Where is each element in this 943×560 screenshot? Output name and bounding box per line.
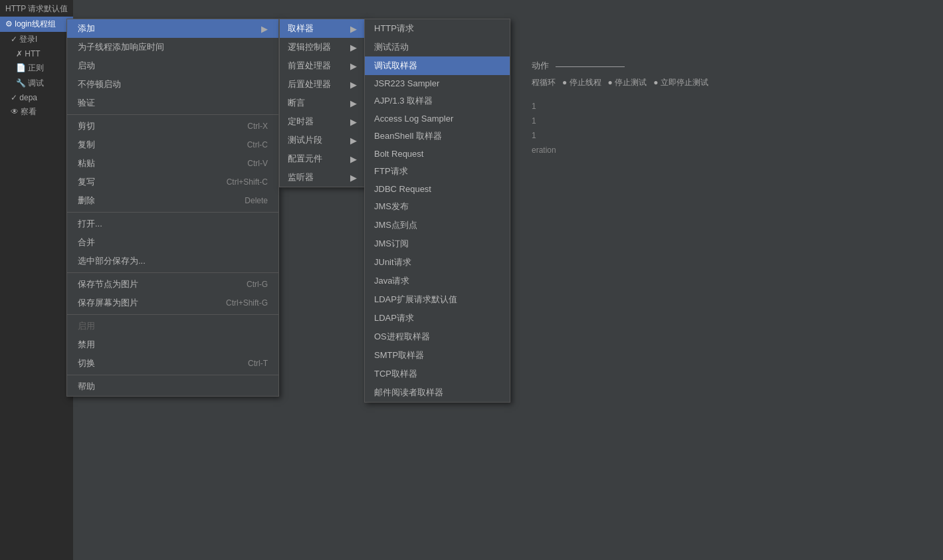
menu-item-add[interactable]: 添加 ▶ bbox=[67, 19, 278, 38]
menu-item-add-response[interactable]: 为子线程添加响应时间 bbox=[67, 38, 278, 56]
radio-stop-test[interactable]: ● 停止测试 bbox=[608, 77, 647, 88]
tree-item-login[interactable]: ⚙ login线程组 bbox=[0, 17, 73, 32]
radio-stop-immediately[interactable]: ● 立即停止测试 bbox=[653, 77, 708, 88]
submenu-sampler[interactable]: HTTP请求 测试活动 调试取样器 JSR223 Sampler AJP/1.3… bbox=[364, 19, 510, 403]
sampler-jms-p2p[interactable]: JMS点到点 bbox=[365, 216, 510, 234]
menu-item-start-nonstop[interactable]: 不停顿启动 bbox=[67, 75, 278, 94]
menu-item-paste[interactable]: 粘贴 Ctrl-V bbox=[67, 154, 278, 173]
tree-item-debug[interactable]: 🔧 调试 bbox=[0, 76, 73, 91]
menu-item-start[interactable]: 启动 bbox=[67, 56, 278, 75]
sampler-http[interactable]: HTTP请求 bbox=[365, 19, 510, 38]
sampler-test-action[interactable]: 测试活动 bbox=[365, 38, 510, 56]
submenu-add[interactable]: 取样器 ▶ 逻辑控制器 ▶ 前置处理器 ▶ 后置处理器 ▶ 断言 ▶ 定时器 ▶… bbox=[279, 19, 366, 187]
sampler-jms-sub[interactable]: JMS订阅 bbox=[365, 234, 510, 253]
sampler-ftp[interactable]: FTP请求 bbox=[365, 162, 510, 181]
menu-item-delete[interactable]: 删除 Delete bbox=[67, 191, 278, 210]
submenu-add-config[interactable]: 配置元件 ▶ bbox=[280, 149, 365, 168]
tree-item-login-sub[interactable]: ✓ 登录l bbox=[0, 32, 73, 47]
tree-item-depa[interactable]: ✓ depa bbox=[0, 91, 73, 104]
sampler-smtp[interactable]: SMTP取样器 bbox=[365, 346, 510, 365]
menu-item-save-selected[interactable]: 选中部分保存为... bbox=[67, 252, 278, 270]
tree-item-view[interactable]: 👁 察看 bbox=[0, 104, 73, 120]
sampler-tcp[interactable]: TCP取样器 bbox=[365, 365, 510, 383]
submenu-add-post[interactable]: 后置处理器 ▶ bbox=[280, 75, 365, 94]
tree-item-http[interactable]: HTTP 请求默认值 bbox=[0, 1, 73, 17]
arrow-icon-post: ▶ bbox=[350, 80, 357, 90]
arrow-icon-listener: ▶ bbox=[350, 173, 357, 183]
submenu-add-timer[interactable]: 定时器 ▶ bbox=[280, 112, 365, 131]
tree-item-htt[interactable]: ✗ HTT bbox=[0, 47, 73, 60]
submenu-add-assert[interactable]: 断言 ▶ bbox=[280, 94, 365, 112]
menu-item-toggle[interactable]: 切换 Ctrl-T bbox=[67, 354, 278, 373]
menu-item-cut[interactable]: 剪切 Ctrl-X bbox=[67, 117, 278, 136]
radio-stop-thread[interactable]: ● 停止线程 bbox=[562, 77, 601, 88]
val4: eration bbox=[532, 145, 556, 155]
menu-item-copy[interactable]: 复制 Ctrl-C bbox=[67, 136, 278, 154]
menu-item-enable[interactable]: 启用 bbox=[67, 317, 278, 335]
sampler-jsr223[interactable]: JSR223 Sampler bbox=[365, 75, 510, 92]
arrow-icon-timer: ▶ bbox=[350, 117, 357, 127]
tree-panel: HTTP 请求默认值 ⚙ login线程组 ✓ 登录l ✗ HTT 📄 正则 🔧… bbox=[0, 0, 73, 560]
submenu-add-sampler[interactable]: 取样器 ▶ bbox=[280, 19, 365, 38]
separator-2 bbox=[67, 212, 278, 213]
menu-item-rewrite[interactable]: 复写 Ctrl+Shift-C bbox=[67, 173, 278, 191]
sampler-ldap-ext[interactable]: LDAP扩展请求默认值 bbox=[365, 290, 510, 309]
separator-3 bbox=[67, 272, 278, 273]
sampler-access-log[interactable]: Access Log Sampler bbox=[365, 110, 510, 127]
val3: 1 bbox=[532, 131, 536, 140]
context-menu[interactable]: 添加 ▶ 为子线程添加响应时间 启动 不停顿启动 验证 剪切 Ctrl-X 复制… bbox=[66, 19, 279, 397]
arrow-icon-config: ▶ bbox=[350, 154, 357, 164]
arrow-icon-testfrag: ▶ bbox=[350, 136, 357, 145]
menu-item-save-screen-img[interactable]: 保存屏幕为图片 Ctrl+Shift-G bbox=[67, 294, 278, 312]
arrow-icon: ▶ bbox=[261, 24, 268, 34]
submenu-add-logic[interactable]: 逻辑控制器 ▶ bbox=[280, 38, 365, 56]
sampler-mail-reader[interactable]: 邮件阅读者取样器 bbox=[365, 383, 510, 402]
right-content: 动作 ———————— 程循环 ● 停止线程 ● 停止测试 ● 立即停止测试 1… bbox=[518, 53, 943, 560]
val1: 1 bbox=[532, 102, 536, 111]
menu-item-merge[interactable]: 合并 bbox=[67, 233, 278, 252]
tree-item-regex[interactable]: 📄 正则 bbox=[0, 60, 73, 76]
val2: 1 bbox=[532, 116, 536, 126]
menu-item-save-node-img[interactable]: 保存节点为图片 Ctrl-G bbox=[67, 275, 278, 294]
submenu-add-testfrag[interactable]: 测试片段 ▶ bbox=[280, 131, 365, 149]
submenu-add-listener[interactable]: 监听器 ▶ bbox=[280, 168, 365, 187]
sampler-beanshell[interactable]: BeanShell 取样器 bbox=[365, 127, 510, 145]
sampler-junit[interactable]: JUnit请求 bbox=[365, 253, 510, 272]
arrow-icon-pre: ▶ bbox=[350, 61, 357, 71]
arrow-icon-sampler: ▶ bbox=[350, 24, 357, 34]
arrow-icon-assert: ▶ bbox=[350, 98, 357, 108]
sampler-jms-pub[interactable]: JMS发布 bbox=[365, 197, 510, 216]
menu-item-validate[interactable]: 验证 bbox=[67, 94, 278, 112]
menu-item-help[interactable]: 帮助 bbox=[67, 377, 278, 396]
sampler-java[interactable]: Java请求 bbox=[365, 272, 510, 290]
arrow-icon-logic: ▶ bbox=[350, 43, 357, 52]
sampler-jdbc[interactable]: JDBC Request bbox=[365, 181, 510, 197]
loop-label: 程循环 bbox=[532, 77, 556, 88]
menu-item-open[interactable]: 打开... bbox=[67, 215, 278, 233]
separator-5 bbox=[67, 375, 278, 375]
sampler-debug[interactable]: 调试取样器 bbox=[365, 56, 510, 75]
sampler-ldap[interactable]: LDAP请求 bbox=[365, 309, 510, 327]
sampler-bolt[interactable]: Bolt Request bbox=[365, 145, 510, 162]
separator-1 bbox=[67, 114, 278, 115]
action-separator: ———————— bbox=[556, 61, 625, 71]
separator-4 bbox=[67, 314, 278, 315]
sampler-ajp[interactable]: AJP/1.3 取样器 bbox=[365, 92, 510, 110]
menu-item-disable[interactable]: 禁用 bbox=[67, 335, 278, 354]
submenu-add-pre[interactable]: 前置处理器 ▶ bbox=[280, 56, 365, 75]
action-label: 动作 bbox=[532, 60, 549, 72]
sampler-os[interactable]: OS进程取样器 bbox=[365, 327, 510, 346]
